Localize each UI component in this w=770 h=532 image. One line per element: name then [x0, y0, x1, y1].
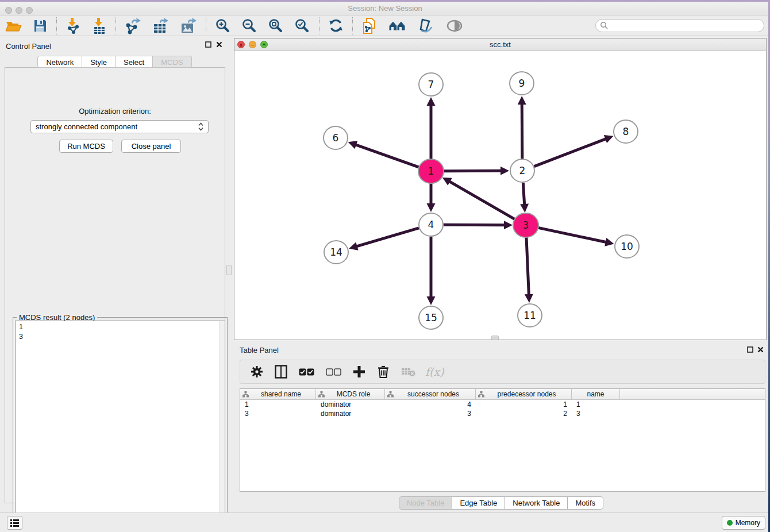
clone-network-button[interactable] — [356, 17, 383, 35]
graph-edge-2-8[interactable] — [534, 138, 607, 166]
tab-motifs[interactable]: Motifs — [568, 496, 603, 510]
open-session-button[interactable] — [0, 17, 28, 35]
search-field[interactable] — [595, 19, 764, 32]
mcds-result-box[interactable]: 1 3 — [15, 321, 225, 526]
unselect-all-button[interactable] — [320, 361, 347, 382]
close-panel-button[interactable]: Close panel — [121, 140, 181, 153]
delete-column-button[interactable] — [371, 361, 395, 382]
tab-select[interactable]: Select — [116, 56, 153, 68]
vertical-divider-handle[interactable] — [226, 265, 232, 275]
graph-edge-1-6[interactable] — [355, 145, 419, 168]
table-settings-button[interactable] — [245, 361, 269, 382]
network-maximize-button[interactable]: + — [260, 41, 268, 48]
graph-node-14[interactable]: 14 — [324, 241, 348, 264]
table-float-panel-button[interactable] — [747, 346, 753, 353]
table-cell[interactable]: 3 — [385, 409, 476, 418]
column-header-name[interactable]: name — [572, 389, 620, 399]
graph-edge-1-2[interactable] — [444, 171, 502, 171]
criterion-selected-value: strongly connected component — [36, 122, 198, 131]
toggle-annotations-button[interactable] — [413, 17, 440, 35]
tab-mcds[interactable]: MCDS — [153, 56, 191, 68]
column-header-predecessor-nodes[interactable]: predecessor nodes — [476, 389, 572, 399]
search-input[interactable] — [609, 22, 764, 30]
graph-node-8[interactable]: 8 — [614, 120, 638, 143]
graph-node-9[interactable]: 9 — [510, 72, 534, 95]
table-cell[interactable]: 1 — [476, 400, 572, 409]
graph-edge-4-3[interactable] — [444, 225, 505, 225]
close-panel-icon-button[interactable] — [216, 41, 222, 48]
graph-node-6[interactable]: 6 — [324, 126, 348, 149]
graph-edge-2-3[interactable] — [523, 183, 524, 205]
run-mcds-button[interactable]: Run MCDS — [59, 140, 113, 153]
graph-node-11[interactable]: 11 — [518, 304, 542, 327]
column-header-shared-name[interactable]: shared name — [240, 389, 316, 399]
import-table-button[interactable] — [87, 17, 112, 35]
show-hide-graphics-button[interactable] — [440, 17, 469, 35]
graph-node-15[interactable]: 15 — [419, 306, 443, 329]
table-cell[interactable]: 3 — [572, 409, 620, 418]
apply-layout-button[interactable] — [323, 17, 349, 35]
zoom-fit-button[interactable] — [263, 17, 289, 35]
network-window-titlebar[interactable]: x – + scc.txt — [234, 38, 766, 51]
tab-node-table[interactable]: Node Table — [399, 496, 453, 510]
show-panel-button[interactable] — [7, 516, 22, 530]
network-minimize-button[interactable]: – — [249, 41, 256, 48]
table-cell[interactable]: 3 — [240, 409, 316, 418]
desktop-background-strip — [0, 0, 770, 2]
graph-node-4[interactable]: 4 — [419, 213, 443, 236]
delete-table-button[interactable] — [395, 361, 422, 382]
table-row-1[interactable]: 3dominator323 — [240, 409, 765, 418]
tab-edge-table[interactable]: Edge Table — [452, 496, 505, 510]
table-cell[interactable]: 4 — [385, 400, 476, 409]
optimization-criterion-label: Optimization criterion: — [5, 107, 225, 115]
import-network-button[interactable] — [60, 17, 87, 35]
export-network-button[interactable] — [120, 17, 147, 35]
table-close-panel-button[interactable] — [757, 346, 764, 353]
table-cell[interactable]: dominator — [316, 400, 385, 409]
graph-edge-2-9[interactable] — [522, 103, 522, 159]
zoom-in-button[interactable] — [210, 17, 236, 35]
node-table: shared nameMCDS rolesuccessor nodesprede… — [240, 388, 765, 492]
table-cell[interactable]: 2 — [476, 409, 572, 418]
tab-network[interactable]: Network — [37, 56, 82, 68]
network-graph[interactable]: 7968124314101511 — [234, 52, 766, 340]
memory-button[interactable]: Memory — [722, 516, 765, 530]
column-visibility-button[interactable] — [269, 361, 293, 382]
tab-style[interactable]: Style — [82, 56, 116, 68]
graph-node-10[interactable]: 10 — [615, 235, 639, 258]
table-row-0[interactable]: 1dominator411 — [240, 400, 765, 409]
tab-network-table[interactable]: Network Table — [505, 496, 568, 510]
table-cell[interactable]: 1 — [240, 400, 316, 409]
control-panel: Control Panel NetworkStyleSelectMCDS Opt… — [0, 38, 229, 506]
mcds-result-scrollbar[interactable] — [219, 321, 225, 526]
graph-edge-arrowhead — [520, 204, 529, 213]
graph-node-2[interactable]: 2 — [510, 159, 534, 182]
criterion-select[interactable]: strongly connected component — [30, 120, 209, 133]
save-session-button[interactable] — [28, 17, 53, 35]
graph-edge-3-10[interactable] — [538, 228, 607, 242]
graph-node-3[interactable]: 3 — [513, 213, 538, 237]
zoom-out-button[interactable] — [236, 17, 263, 35]
maximize-window-button[interactable] — [26, 7, 33, 14]
minimize-window-button[interactable] — [16, 7, 22, 14]
export-table-button[interactable] — [147, 17, 175, 35]
add-column-button[interactable] — [347, 361, 371, 382]
function-builder-button[interactable]: f(x) — [422, 365, 448, 378]
column-header-MCDS-role[interactable]: MCDS role — [316, 389, 385, 399]
graph-node-7[interactable]: 7 — [419, 73, 443, 96]
network-close-button[interactable]: x — [237, 41, 245, 48]
graph-node-1[interactable]: 1 — [418, 159, 444, 183]
export-image-button[interactable] — [175, 17, 202, 35]
close-window-button[interactable] — [5, 7, 12, 14]
horizontal-divider-handle[interactable] — [491, 336, 499, 340]
float-panel-button[interactable] — [205, 41, 211, 48]
graph-edge-4-14[interactable] — [356, 228, 419, 246]
graph-edge-3-11[interactable] — [526, 237, 529, 295]
graph-edge-3-1[interactable] — [449, 181, 515, 219]
select-all-button[interactable] — [293, 361, 320, 382]
table-cell[interactable]: dominator — [316, 409, 385, 418]
table-cell[interactable]: 1 — [572, 400, 620, 409]
show-all-networks-button[interactable] — [383, 17, 413, 35]
zoom-selected-button[interactable] — [289, 17, 315, 35]
column-header-successor-nodes[interactable]: successor nodes — [385, 389, 476, 399]
